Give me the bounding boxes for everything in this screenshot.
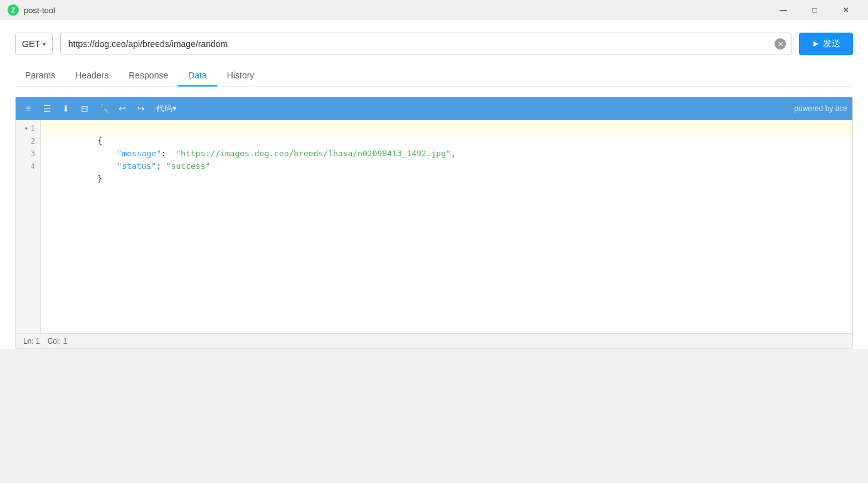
method-select[interactable]: GET ▾	[15, 33, 53, 55]
sort-desc-button[interactable]: ⬇	[58, 101, 73, 116]
close-button[interactable]: ✕	[832, 0, 860, 20]
method-label: GET	[22, 39, 40, 49]
code-line-2: "message": "https://images.dog.ceo/breed…	[41, 135, 852, 147]
titlebar-controls: — □ ✕	[769, 0, 860, 20]
tab-params[interactable]: Params	[15, 65, 65, 87]
powered-by-label: powered by ace	[794, 104, 847, 113]
undo-button[interactable]: ↩	[115, 101, 130, 116]
wrench-icon: 🔧	[98, 104, 109, 114]
line-number-4: 4	[16, 160, 40, 172]
line-numbers: ▾ 1 2 3 4	[16, 120, 41, 333]
editor-toolbar: ≡ ☰ ⬇ ⊟ 🔧 ↩ ↪	[16, 97, 852, 120]
minimize-button[interactable]: —	[769, 0, 798, 20]
redo-icon: ↪	[137, 104, 145, 114]
url-input-wrapper: ✕	[60, 33, 791, 55]
main-content: GET ▾ ✕ ► 发送 Params Headers Response Dat…	[0, 20, 868, 349]
fold-arrow-1: ▾	[24, 122, 28, 135]
url-bar-row: GET ▾ ✕ ► 发送	[15, 33, 853, 55]
tab-data[interactable]: Data	[178, 65, 217, 87]
filter-button[interactable]: ⊟	[77, 101, 92, 116]
send-button-label: ► 发送	[812, 38, 840, 50]
code-line-1: {	[41, 122, 852, 135]
align-left-icon: ≡	[26, 104, 31, 114]
code-button[interactable]: 代码▾	[152, 102, 181, 115]
sort-desc-icon: ⬇	[62, 104, 70, 114]
code-editor[interactable]: ▾ 1 2 3 4 { "message":	[16, 120, 852, 333]
line-number-1: ▾ 1	[16, 122, 40, 135]
method-chevron-icon: ▾	[43, 41, 46, 48]
titlebar: Z post-tool — □ ✕	[0, 0, 868, 20]
app-title: post-tool	[24, 6, 55, 15]
send-button[interactable]: ► 发送	[799, 33, 853, 55]
code-button-label: 代码▾	[156, 103, 177, 114]
code-content[interactable]: { "message": "https://images.dog.ceo/bre…	[41, 120, 852, 333]
line-number-2: 2	[16, 135, 40, 147]
tab-response[interactable]: Response	[119, 65, 178, 87]
filter-icon: ⊟	[81, 104, 88, 114]
titlebar-left: Z post-tool	[8, 4, 55, 16]
ln-status: Ln: 1	[23, 337, 40, 346]
redo-button[interactable]: ↪	[134, 101, 149, 116]
status-bar: Ln: 1 Col: 1	[16, 333, 852, 348]
maximize-button[interactable]: □	[800, 0, 829, 20]
url-input[interactable]	[61, 33, 791, 55]
line-number-3: 3	[16, 147, 40, 160]
editor-container: ≡ ☰ ⬇ ⊟ 🔧 ↩ ↪	[15, 97, 853, 349]
align-center-icon: ☰	[43, 104, 51, 114]
wrench-button[interactable]: 🔧	[96, 101, 111, 116]
app-icon: Z	[8, 4, 19, 16]
tab-headers[interactable]: Headers	[65, 65, 119, 87]
editor-toolbar-left: ≡ ☰ ⬇ ⊟ 🔧 ↩ ↪	[21, 101, 181, 116]
align-center-button[interactable]: ☰	[40, 101, 55, 116]
tab-history[interactable]: History	[217, 65, 265, 87]
undo-icon: ↩	[119, 104, 126, 114]
tabs: Params Headers Response Data History	[15, 65, 853, 87]
col-status: Col: 1	[48, 337, 67, 346]
align-left-button[interactable]: ≡	[21, 101, 36, 116]
